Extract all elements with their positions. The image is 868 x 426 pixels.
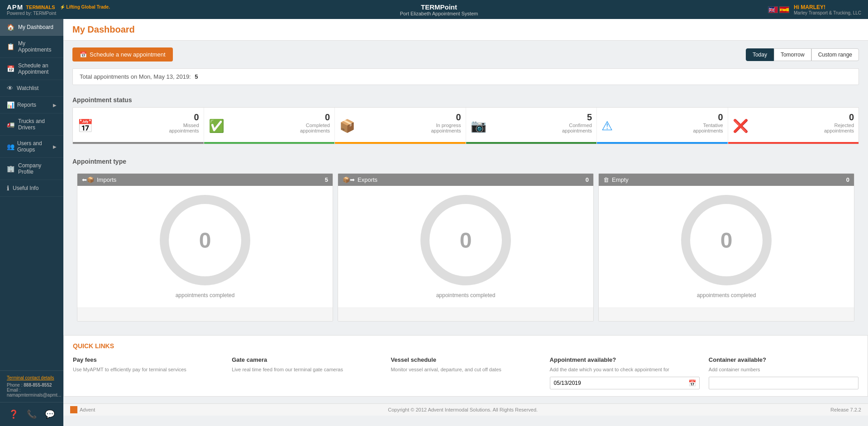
missed-bar [73, 142, 204, 144]
inprogress-count: 0 [339, 112, 461, 123]
confirmed-count: 5 [471, 112, 592, 123]
flag-icons: 🇬🇧 🇪🇸 [768, 6, 789, 13]
rejected-bar [728, 142, 859, 144]
calendar-plus-icon: 📅 [80, 51, 87, 58]
imports-header: ⬅📦 Imports 5 [77, 174, 333, 186]
sidebar-item-my-appointments[interactable]: 📋 My Appointments [0, 36, 63, 58]
chat-icon[interactable]: 💬 [43, 407, 57, 421]
terminal-contact-link[interactable]: Terminal contact details [7, 375, 54, 380]
pay-fees-desc: Use MyAPMT to efficiently pay for termin… [73, 367, 223, 372]
sidebar-item-label: Trucks and Drivers [18, 118, 57, 131]
help-icon[interactable]: ❓ [6, 407, 21, 421]
sidebar-item-reports[interactable]: 📊 Reports ▶ [0, 97, 63, 114]
header-center: TERMPoint Port Elizabeth Appointment Sys… [400, 3, 478, 16]
confirmed-bar [466, 142, 597, 144]
status-missed: 0 📅 Missedappointments [73, 108, 204, 144]
gate-camera-desc: Live real time feed from our terminal ga… [232, 367, 382, 372]
quick-links-title: QUICK LINKS [73, 342, 858, 350]
exports-icon: 📦➡ [343, 176, 355, 183]
missed-label: Missedappointments [77, 123, 199, 133]
container-input[interactable] [709, 377, 858, 389]
tomorrow-button[interactable]: Tomorrow [774, 48, 811, 61]
total-appointments-bar: Total appointments on Mon, May 13, 2019:… [72, 68, 859, 85]
empty-footer [599, 308, 854, 321]
users-icon: 👥 [7, 143, 14, 150]
exports-label-text: appointments completed [436, 292, 496, 298]
sidebar-item-label: Useful Info [13, 185, 38, 191]
imports-footer [77, 308, 333, 321]
tentative-label: Tentativeappointments [601, 123, 723, 133]
sidebar-item-company-profile[interactable]: 🏢 Company Profile [0, 158, 63, 180]
today-button[interactable]: Today [746, 48, 774, 61]
advent-logo-box [70, 406, 77, 413]
expand-arrow-icon: ▶ [53, 103, 57, 108]
sidebar-item-users-groups[interactable]: 👥 Users and Groups ▶ [0, 136, 63, 158]
copyright-text: Copyright © 2012 Advent Intermodal Solut… [388, 407, 538, 412]
content-area: 📅 Schedule a new appointment Today Tomor… [63, 41, 868, 335]
es-flag-icon[interactable]: 🇪🇸 [779, 6, 789, 13]
sidebar-footer: ❓ 📞 💬 [0, 402, 63, 426]
sidebar-item-useful-info[interactable]: ℹ Useful Info [0, 180, 63, 197]
quick-link-pay-fees: Pay fees Use MyAPMT to efficiently pay f… [73, 356, 223, 389]
quick-links-grid: Pay fees Use MyAPMT to efficiently pay f… [73, 356, 858, 389]
sidebar-item-label: My Dashboard [18, 24, 53, 30]
main-content: My Dashboard 📅 Schedule a new appointmen… [63, 19, 868, 426]
sidebar-item-schedule-appointment[interactable]: 📅 Schedule an Appointment [0, 58, 63, 80]
sidebar-item-label: Watchlist [17, 85, 38, 91]
schedule-new-appointment-button[interactable]: 📅 Schedule a new appointment [72, 47, 173, 62]
custom-range-button[interactable]: Custom range [811, 48, 859, 61]
system-title: TERMPoint [400, 3, 478, 11]
phone-icon[interactable]: 📞 [24, 407, 39, 421]
status-inprogress: 0 📦 In progressappointments [335, 108, 466, 144]
confirmed-label: Confirmedappointments [471, 123, 592, 133]
type-imports: ⬅📦 Imports 5 0 appointments completed [77, 173, 333, 322]
user-area: Hi MARLEY! Marley Transport & Trucking, … [794, 4, 861, 15]
exports-footer [338, 308, 593, 321]
type-exports: 📦➡ Exports 0 0 appointments completed [338, 173, 594, 322]
sidebar-item-trucks-drivers[interactable]: 🚛 Trucks and Drivers [0, 114, 63, 136]
empty-circle: 0 [681, 195, 772, 285]
appointment-status-title: Appointment status [72, 92, 859, 107]
imports-body: 0 appointments completed [77, 186, 333, 308]
main-layout: 🏠 My Dashboard 📋 My Appointments 📅 Sched… [0, 19, 868, 426]
status-rejected: 0 ❌ Rejectedappointments [728, 108, 859, 144]
info-icon: ℹ [7, 185, 9, 192]
header-right: 🇬🇧 🇪🇸 Hi MARLEY! Marley Transport & Truc… [768, 4, 861, 15]
sidebar-item-my-dashboard[interactable]: 🏠 My Dashboard [0, 19, 63, 36]
imports-count: 5 [325, 176, 328, 183]
exports-body: 0 appointments completed [338, 186, 593, 308]
action-bar: 📅 Schedule a new appointment Today Tomor… [72, 47, 859, 62]
gate-camera-title: Gate camera [232, 356, 382, 363]
user-greeting[interactable]: Hi MARLEY! [794, 4, 861, 10]
sidebar-item-watchlist[interactable]: 👁 Watchlist [0, 80, 63, 97]
container-available-title: Container available? [709, 356, 858, 363]
tentative-icon: ⚠ [601, 118, 613, 133]
imports-circle: 0 [160, 195, 250, 285]
sidebar: 🏠 My Dashboard 📋 My Appointments 📅 Sched… [0, 19, 63, 426]
type-empty: 🗑 Empty 0 0 appointments completed [598, 173, 854, 322]
uk-flag-icon[interactable]: 🇬🇧 [768, 6, 778, 13]
empty-label-text: appointments completed [697, 292, 756, 298]
appt-available-desc: Add the date which you want to check app… [550, 367, 700, 372]
quick-link-vessel-schedule: Vessel schedule Monitor vessel arrival, … [391, 356, 540, 389]
version-text: Release 7.2.2 [830, 407, 861, 412]
sidebar-item-label: Company Profile [18, 162, 57, 175]
vessel-schedule-desc: Monitor vessel arrival, departure, and c… [391, 367, 540, 372]
truck-icon: 🚛 [7, 121, 14, 128]
confirmed-icon: 📷 [471, 118, 486, 133]
appt-date-input[interactable] [550, 377, 700, 389]
vessel-schedule-title: Vessel schedule [391, 356, 540, 363]
total-label: Total appointments [80, 73, 129, 80]
imports-label-text: appointments completed [176, 292, 235, 298]
rejected-label: Rejectedappointments [733, 123, 854, 133]
inprogress-icon: 📦 [339, 118, 355, 133]
user-company: Marley Transport & Trucking, LLC [794, 10, 861, 15]
exports-circle: 0 [420, 195, 511, 285]
watchlist-icon: 👁 [7, 85, 13, 92]
calendar-icon: 📅 [688, 379, 696, 387]
empty-header: 🗑 Empty 0 [599, 174, 854, 186]
missed-icon: 📅 [77, 118, 93, 133]
sidebar-item-label: Schedule an Appointment [18, 62, 57, 75]
container-available-desc: Add container numbers [709, 367, 858, 372]
pay-fees-title: Pay fees [73, 356, 223, 363]
